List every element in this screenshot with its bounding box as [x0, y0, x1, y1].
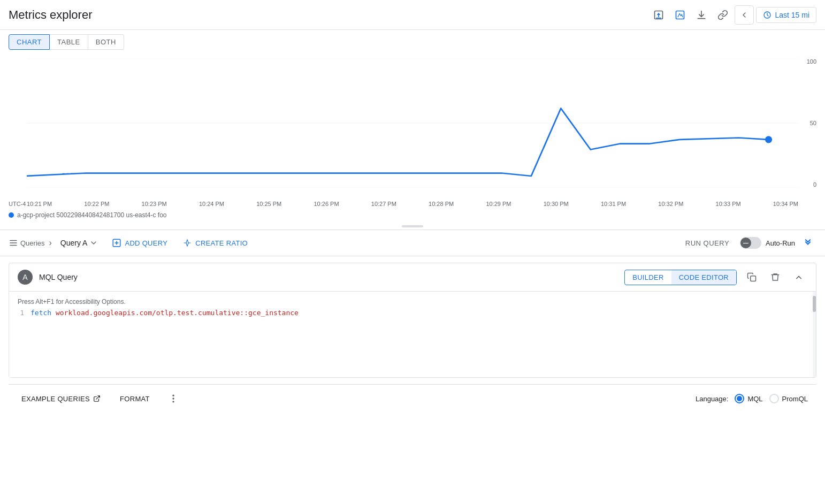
collapse-down-button[interactable]: [799, 234, 816, 251]
external-link-icon: [93, 395, 101, 402]
radio-promql-label: PromQL: [782, 395, 808, 403]
expand-more-icon: [803, 238, 813, 248]
copy-icon: [747, 272, 757, 282]
query-badge: A: [18, 270, 33, 285]
app-header: Metrics explorer: [0, 0, 825, 30]
editor-mode-tabs: BUILDER CODE EDITOR: [624, 270, 737, 285]
explore-button[interactable]: [670, 5, 690, 25]
language-label: Language:: [696, 395, 728, 403]
editor-scrollbar[interactable]: [813, 292, 816, 377]
run-query-button[interactable]: RUN QUERY: [679, 236, 736, 250]
drag-handle-bar: [402, 225, 423, 227]
tab-chart[interactable]: CHART: [9, 34, 50, 50]
save-chart-icon: [653, 10, 664, 20]
legend-text: a-gcp-project 5002298440842481700 us-eas…: [17, 211, 167, 219]
x-label-0: 10:21 PM: [27, 201, 52, 207]
copy-button[interactable]: [743, 269, 760, 286]
auto-run-label: Auto-Run: [766, 239, 795, 247]
ratio-icon: [182, 238, 192, 248]
radio-promql-circle: [769, 394, 779, 403]
line-number-1: 1: [9, 309, 30, 317]
bottom-bar: EXAMPLE QUERIES FORMAT Language: MQL Pro…: [9, 384, 816, 413]
time-range-button[interactable]: Last 15 mi: [756, 7, 816, 23]
add-query-button[interactable]: ADD QUERY: [106, 235, 173, 251]
explore-icon: [675, 10, 685, 20]
create-ratio-button[interactable]: CREATE RATIO: [177, 235, 253, 251]
breadcrumb-separator: ›: [49, 238, 52, 248]
chart-x-axis: 10:21 PM 10:22 PM 10:23 PM 10:24 PM 10:2…: [27, 201, 798, 207]
trash-icon: [770, 272, 780, 282]
radio-mql-circle: [735, 394, 744, 403]
example-queries-label: EXAMPLE QUERIES: [21, 395, 90, 403]
x-label-6: 10:27 PM: [371, 201, 396, 207]
chevron-left-icon: [740, 11, 748, 19]
query-editor-title: MQL Query: [39, 273, 618, 281]
link-button[interactable]: [713, 5, 732, 25]
x-label-12: 10:33 PM: [716, 201, 741, 207]
download-button[interactable]: [692, 5, 711, 25]
query-selector[interactable]: Query A: [56, 236, 103, 249]
auto-run-toggle[interactable]: Auto-Run: [740, 237, 795, 249]
y-label-100: 100: [807, 58, 816, 65]
x-label-8: 10:29 PM: [486, 201, 511, 207]
toggle-thumb: [740, 238, 751, 248]
tab-builder[interactable]: BUILDER: [625, 270, 671, 285]
scrollbar-thumb: [813, 296, 816, 312]
chart-y-axis: 100 50 0: [807, 58, 816, 188]
x-label-5: 10:26 PM: [314, 201, 339, 207]
svg-point-14: [172, 398, 174, 399]
expand-less-icon: [793, 272, 804, 282]
header-actions: Last 15 mi: [649, 5, 816, 25]
queries-label: Queries: [20, 239, 45, 247]
y-label-0: 0: [807, 181, 816, 188]
query-toolbar: Queries › Query A ADD QUERY CREATE RATIO…: [0, 230, 825, 256]
delete-button[interactable]: [767, 269, 784, 286]
chart-timezone: UTC-4: [9, 201, 26, 207]
example-queries-button[interactable]: EXAMPLE QUERIES: [17, 392, 105, 406]
svg-rect-1: [656, 18, 661, 19]
toggle-track[interactable]: [740, 237, 761, 249]
radio-promql[interactable]: PromQL: [769, 394, 808, 403]
create-ratio-label: CREATE RATIO: [195, 239, 248, 247]
language-section: Language: MQL PromQL: [696, 394, 808, 403]
query-name: Query A: [60, 239, 88, 247]
radio-mql-label: MQL: [747, 395, 762, 403]
x-label-10: 10:31 PM: [601, 201, 626, 207]
app-title: Metrics explorer: [9, 8, 92, 22]
x-label-4: 10:25 PM: [256, 201, 281, 207]
x-label-13: 10:34 PM: [773, 201, 798, 207]
x-label-9: 10:30 PM: [544, 201, 569, 207]
chart-data-point: [765, 136, 772, 143]
format-button[interactable]: FORMAT: [116, 392, 154, 406]
tab-both[interactable]: BOTH: [88, 34, 124, 50]
mql-method: ::gce_instance: [240, 309, 299, 317]
view-tabs: CHART TABLE BOTH: [0, 30, 825, 54]
drag-handle[interactable]: [0, 223, 825, 230]
code-line-1: 1 fetch workload.googleapis.com/otlp.tes…: [9, 308, 816, 318]
x-label-1: 10:22 PM: [84, 201, 109, 207]
tab-code-editor[interactable]: CODE EDITOR: [671, 270, 736, 285]
x-label-7: 10:28 PM: [429, 201, 454, 207]
query-editor-header: A MQL Query BUILDER CODE EDITOR: [9, 263, 816, 292]
editor-collapse-button[interactable]: [790, 269, 807, 286]
code-editor-body[interactable]: Press Alt+F1 for Accessibility Options. …: [9, 292, 816, 377]
queries-breadcrumb: Queries: [9, 238, 45, 248]
clock-icon: [763, 11, 771, 19]
link-icon: [717, 10, 728, 20]
add-query-label: ADD QUERY: [125, 239, 167, 247]
radio-mql[interactable]: MQL: [735, 394, 762, 403]
query-editor-section: A MQL Query BUILDER CODE EDITOR Press Al…: [9, 263, 816, 378]
svg-point-13: [172, 395, 174, 396]
tab-table[interactable]: TABLE: [50, 34, 88, 50]
download-icon: [696, 10, 707, 20]
chevron-down-icon: [89, 239, 98, 247]
x-label-3: 10:24 PM: [199, 201, 224, 207]
save-chart-button[interactable]: [649, 5, 668, 25]
chart-section: CHART TABLE BOTH 100 50 0 10:21 PM 10:22…: [0, 30, 825, 230]
collapse-panel-button[interactable]: [735, 5, 754, 25]
svg-point-15: [172, 401, 174, 402]
x-label-2: 10:23 PM: [142, 201, 167, 207]
more-options-button[interactable]: [165, 390, 182, 407]
format-label: FORMAT: [120, 395, 150, 403]
chart-area: 100 50 0 10:21 PM 10:22 PM 10:23 PM 10:2…: [0, 54, 825, 209]
